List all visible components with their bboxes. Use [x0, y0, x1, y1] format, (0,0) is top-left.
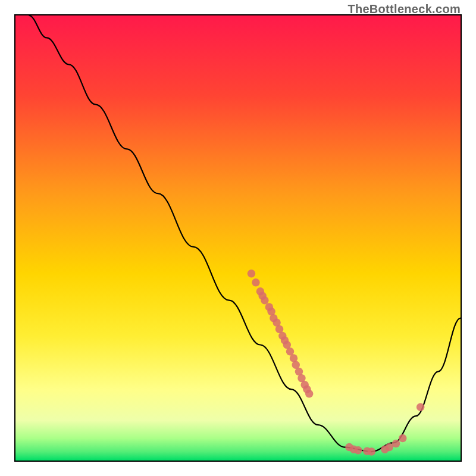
gradient-background [15, 15, 461, 461]
plot-area [14, 14, 462, 462]
svg-rect-0 [15, 15, 461, 461]
chart-container: TheBottleneck.com [0, 0, 476, 476]
